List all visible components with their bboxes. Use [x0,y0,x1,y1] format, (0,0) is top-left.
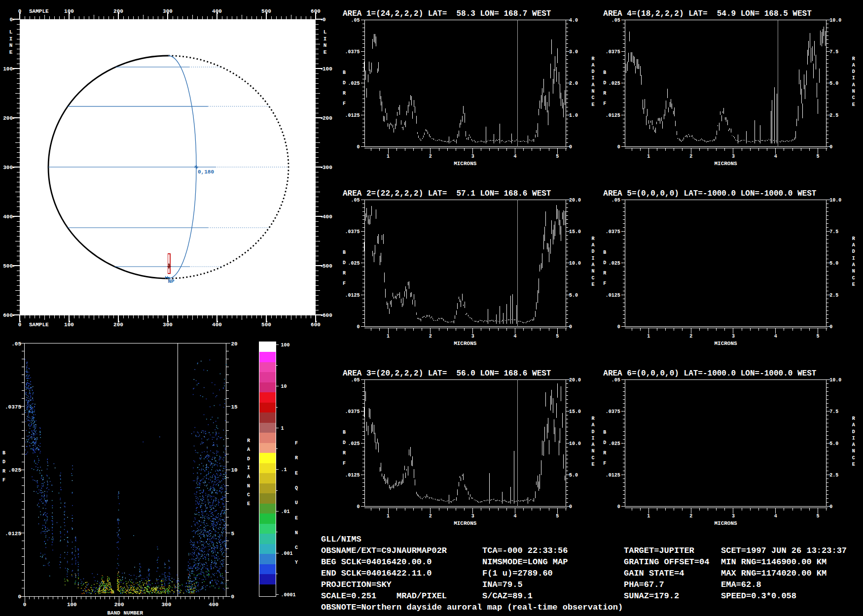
svg-text:E: E [295,515,298,521]
svg-text:A: A [852,262,855,268]
svg-text:B: B [2,450,5,456]
svg-text:0: 0 [829,144,832,150]
svg-text:5.0: 5.0 [829,81,838,86]
svg-text:.0375: .0375 [345,49,360,55]
svg-text:4: 4 [513,154,516,159]
svg-text:SUNAZ=179.2: SUNAZ=179.2 [624,591,679,601]
svg-text:20.0: 20.0 [569,198,581,203]
svg-text:0: 0 [23,602,27,608]
svg-text:MICRONS: MICRONS [454,520,477,526]
svg-text:100: 100 [3,66,13,72]
svg-text:D: D [591,249,594,254]
svg-text:2.5: 2.5 [829,113,838,118]
svg-text:2.5: 2.5 [829,293,838,298]
svg-text:U: U [295,500,298,506]
svg-text:MICRONS: MICRONS [454,161,477,167]
svg-text:.0125: .0125 [345,473,360,478]
svg-text:600: 600 [311,8,321,14]
svg-text:N: N [852,448,855,454]
svg-text:SAMPLE: SAMPLE [29,8,49,14]
svg-text:A: A [852,63,855,68]
svg-text:C: C [247,492,250,498]
svg-text:E: E [247,501,250,507]
svg-text:E: E [9,49,13,55]
svg-text:I: I [591,436,594,441]
svg-text:.025: .025 [609,81,620,86]
svg-text:.0125: .0125 [345,113,360,118]
svg-text:.0125: .0125 [606,293,620,298]
svg-text:5.0: 5.0 [829,441,838,446]
svg-text:.05: .05 [611,377,620,383]
svg-text:B: B [343,430,346,435]
svg-text:0: 0 [357,324,360,330]
svg-text:I: I [852,75,855,81]
svg-text:A: A [591,63,594,68]
svg-text:300: 300 [323,165,332,171]
svg-text:D: D [2,459,5,465]
svg-text:N: N [295,530,298,536]
svg-text:1: 1 [387,154,390,159]
svg-text:3.0: 3.0 [569,49,578,55]
svg-text:2: 2 [689,154,692,159]
svg-text:1: 1 [647,154,650,159]
svg-text:R: R [591,56,594,62]
svg-text:C: C [295,545,298,550]
svg-text:D: D [603,260,606,266]
svg-text:.0375: .0375 [345,229,360,235]
svg-text:200: 200 [113,8,123,14]
svg-text:I: I [9,36,13,42]
svg-text:5: 5 [556,334,559,339]
svg-text:5: 5 [231,531,235,537]
svg-text:F: F [603,461,606,466]
svg-text:AREA 5=(0,0,0,0) LAT=-1000.0 L: AREA 5=(0,0,0,0) LAT=-1000.0 LON=-1000.0… [603,189,816,198]
svg-text:2.5: 2.5 [829,473,838,478]
svg-text:R: R [852,416,855,421]
svg-text:10.0: 10.0 [829,198,841,203]
svg-text:0: 0 [18,322,22,328]
svg-text:400: 400 [323,214,332,220]
svg-text:INA=79.5: INA=79.5 [482,580,523,589]
svg-text:0: 0 [323,17,326,23]
svg-text:5.0: 5.0 [569,293,578,298]
svg-text:0: 0 [9,17,13,23]
svg-text:.01: .01 [281,509,290,514]
svg-text:0: 0 [569,504,572,510]
svg-text:100: 100 [64,322,74,328]
svg-text:.025: .025 [348,441,360,446]
svg-text:E: E [852,102,855,107]
svg-text:10: 10 [231,467,238,473]
svg-text:N: N [591,448,594,454]
svg-text:R: R [343,91,346,96]
svg-text:4: 4 [774,154,777,159]
svg-text:2: 2 [429,154,432,159]
svg-text:300: 300 [3,165,13,171]
svg-text:3: 3 [732,154,735,159]
svg-text:B: B [603,430,606,435]
svg-text:I: I [591,75,594,81]
svg-text:1: 1 [387,513,390,519]
svg-text:SPEED=0.3*0.058: SPEED=0.3*0.058 [721,591,796,601]
svg-text:MAX RNG=1174020.00 KM: MAX RNG=1174020.00 KM [721,569,827,578]
svg-text:F: F [295,441,298,446]
svg-text:0: 0 [357,504,360,510]
svg-text:500: 500 [3,263,13,269]
svg-text:R: R [603,450,606,456]
svg-text:A: A [591,82,594,88]
svg-text:BAND NUMBER: BAND NUMBER [107,610,143,616]
svg-text:2: 2 [429,513,432,519]
svg-text:A: A [247,447,250,452]
svg-text:B: B [343,250,346,255]
svg-text:F: F [603,101,606,106]
svg-text:A: A [591,422,594,428]
svg-text:.001: .001 [281,551,293,556]
svg-text:1: 1 [647,513,650,519]
svg-text:.05: .05 [611,198,620,203]
svg-text:4: 4 [774,334,777,339]
svg-text:A: A [591,262,594,268]
svg-text:200: 200 [3,115,13,121]
svg-text:300: 300 [163,322,173,328]
svg-text:.0125: .0125 [606,473,620,478]
svg-text:100: 100 [323,66,332,72]
svg-text:SCET=1997 JUN 26 13:23:37: SCET=1997 JUN 26 13:23:37 [721,546,847,555]
svg-text:2: 2 [689,513,692,519]
